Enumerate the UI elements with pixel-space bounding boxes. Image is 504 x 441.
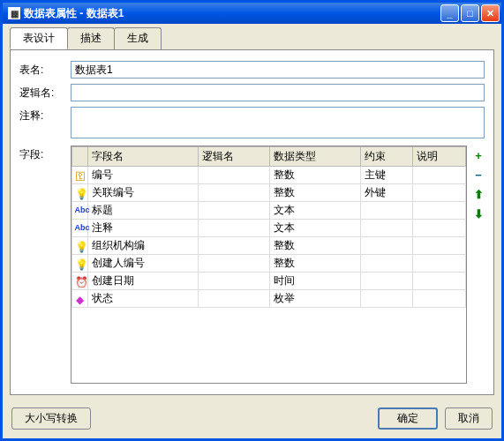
tab-design[interactable]: 表设计	[10, 27, 68, 49]
cell-field-name[interactable]: 关联编号	[88, 184, 199, 202]
cell-description[interactable]	[413, 220, 466, 237]
cell-constraint[interactable]	[360, 237, 413, 255]
cell-field-name[interactable]: 编号	[88, 167, 199, 184]
maximize-button[interactable]: □	[461, 4, 479, 22]
content-panel: 表名: 逻辑名: 注释: 字段: 字段名 逻辑名 数据类型	[10, 49, 494, 395]
table-name-input[interactable]	[71, 61, 485, 78]
cell-description[interactable]	[413, 167, 466, 184]
tab-description[interactable]: 描述	[67, 27, 115, 49]
col-icon	[72, 147, 88, 167]
cell-field-name[interactable]: 注释	[88, 220, 199, 237]
row-icon-cell: 💡	[72, 237, 88, 255]
row-controls: + − ⬆ ⬇	[472, 146, 485, 220]
comment-input[interactable]	[71, 107, 485, 138]
cell-data-type[interactable]: 文本	[269, 220, 360, 237]
fields-table-wrap: 字段名 逻辑名 数据类型 约束 说明 ⚿编号整数主键💡关联编号整数外键Abc标题…	[71, 146, 467, 384]
cell-description[interactable]	[413, 273, 466, 290]
col-description[interactable]: 说明	[413, 147, 466, 167]
cell-field-name[interactable]: 创建人编号	[88, 255, 199, 273]
cell-logical-name[interactable]	[198, 255, 269, 273]
table-row[interactable]: 💡创建人编号整数	[72, 255, 466, 273]
comment-label: 注释:	[19, 107, 71, 123]
text-icon: Abc	[75, 223, 86, 234]
diamond-icon: ◆	[75, 294, 86, 304]
cell-logical-name[interactable]	[198, 290, 269, 308]
cell-constraint[interactable]	[360, 273, 413, 290]
table-name-label: 表名:	[19, 61, 71, 78]
bulb-icon: 💡	[75, 241, 86, 251]
bulb-icon: 💡	[75, 258, 86, 269]
move-down-button[interactable]: ⬇	[472, 207, 485, 220]
cell-field-name[interactable]: 状态	[88, 290, 199, 308]
col-logical-name[interactable]: 逻辑名	[198, 147, 269, 167]
row-icon-cell: Abc	[72, 220, 88, 237]
cell-description[interactable]	[413, 237, 466, 255]
key-icon: ⚿	[75, 170, 86, 181]
table-row[interactable]: Abc标题文本	[72, 202, 466, 220]
bulb-icon: 💡	[75, 188, 86, 198]
text-icon: Abc	[75, 206, 86, 216]
cell-field-name[interactable]: 创建日期	[88, 273, 199, 290]
table-row[interactable]: Abc注释文本	[72, 220, 466, 237]
window-controls: _ □ ✕	[440, 4, 500, 22]
row-icon-cell: ⏰	[72, 273, 88, 290]
cell-data-type[interactable]: 枚举	[269, 290, 360, 308]
row-icon-cell: ⚿	[72, 167, 88, 184]
remove-row-button[interactable]: −	[472, 168, 485, 181]
fields-table: 字段名 逻辑名 数据类型 约束 说明 ⚿编号整数主键💡关联编号整数外键Abc标题…	[71, 146, 466, 308]
add-row-button[interactable]: +	[472, 149, 485, 161]
row-icon-cell: Abc	[72, 202, 88, 220]
cell-constraint[interactable]: 主键	[360, 167, 413, 184]
row-icon-cell: ◆	[72, 290, 88, 308]
cell-logical-name[interactable]	[198, 184, 269, 202]
tab-generate[interactable]: 生成	[114, 27, 162, 49]
minimize-button[interactable]: _	[440, 4, 459, 22]
ok-button[interactable]: 确定	[378, 407, 438, 430]
cell-field-name[interactable]: 标题	[88, 202, 199, 220]
dialog-window: ▦ 数据表属性 - 数据表1 _ □ ✕ 表设计 描述 生成 表名: 逻辑名: …	[0, 0, 504, 441]
clock-icon: ⏰	[75, 276, 86, 287]
cell-data-type[interactable]: 文本	[269, 202, 360, 220]
cell-description[interactable]	[413, 255, 466, 273]
cell-description[interactable]	[413, 202, 466, 220]
cell-logical-name[interactable]	[198, 220, 269, 237]
cell-constraint[interactable]	[360, 202, 413, 220]
app-icon: ▦	[8, 7, 20, 19]
cell-data-type[interactable]: 整数	[269, 255, 360, 273]
cell-data-type[interactable]: 时间	[269, 273, 360, 290]
cell-description[interactable]	[413, 290, 466, 308]
cancel-button[interactable]: 取消	[445, 407, 493, 430]
cell-logical-name[interactable]	[198, 202, 269, 220]
cell-constraint[interactable]: 外键	[360, 184, 413, 202]
table-row[interactable]: ⏰创建日期时间	[72, 273, 466, 290]
cell-data-type[interactable]: 整数	[269, 184, 360, 202]
cell-constraint[interactable]	[360, 290, 413, 308]
table-row[interactable]: 💡关联编号整数外键	[72, 184, 466, 202]
logical-name-label: 逻辑名:	[19, 84, 71, 101]
cell-constraint[interactable]	[360, 255, 413, 273]
cell-data-type[interactable]: 整数	[269, 167, 360, 184]
table-row[interactable]: ⚿编号整数主键	[72, 167, 466, 184]
logical-name-input[interactable]	[71, 84, 485, 101]
row-icon-cell: 💡	[72, 184, 88, 202]
cell-description[interactable]	[413, 184, 466, 202]
col-field-name[interactable]: 字段名	[88, 147, 199, 167]
table-row[interactable]: ◆状态枚举	[72, 290, 466, 308]
titlebar: ▦ 数据表属性 - 数据表1 _ □ ✕	[3, 3, 501, 24]
row-icon-cell: 💡	[72, 255, 88, 273]
cell-logical-name[interactable]	[198, 237, 269, 255]
cell-logical-name[interactable]	[198, 167, 269, 184]
cell-field-name[interactable]: 组织机构编	[88, 237, 199, 255]
col-constraint[interactable]: 约束	[360, 147, 413, 167]
cell-constraint[interactable]	[360, 220, 413, 237]
fields-label: 字段:	[19, 146, 71, 162]
cell-data-type[interactable]: 整数	[269, 237, 360, 255]
table-row[interactable]: 💡组织机构编整数	[72, 237, 466, 255]
cell-logical-name[interactable]	[198, 273, 269, 290]
close-button[interactable]: ✕	[481, 4, 500, 22]
tab-bar: 表设计 描述 生成	[3, 24, 501, 49]
col-data-type[interactable]: 数据类型	[269, 147, 360, 167]
case-convert-button[interactable]: 大小写转换	[11, 407, 91, 430]
footer: 大小写转换 确定 取消	[3, 402, 501, 438]
move-up-button[interactable]: ⬆	[472, 188, 485, 200]
